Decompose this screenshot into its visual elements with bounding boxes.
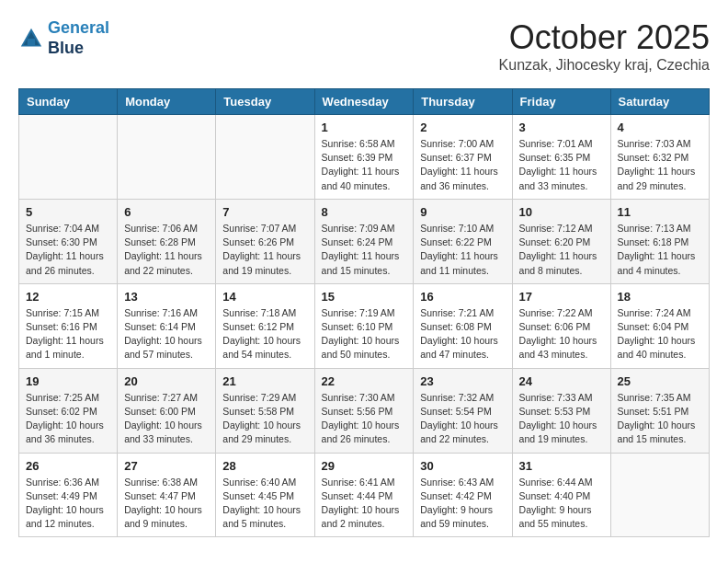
calendar-cell: 7Sunrise: 7:07 AM Sunset: 6:26 PM Daylig… <box>216 199 314 283</box>
day-info: Sunrise: 7:24 AM Sunset: 6:04 PM Dayligh… <box>618 306 702 362</box>
day-number: 2 <box>420 121 505 134</box>
calendar-cell: 3Sunrise: 7:01 AM Sunset: 6:35 PM Daylig… <box>512 115 610 200</box>
calendar-cell: 31Sunrise: 6:44 AM Sunset: 4:40 PM Dayli… <box>512 453 610 537</box>
calendar-week-row: 19Sunrise: 7:25 AM Sunset: 6:02 PM Dayli… <box>19 368 710 453</box>
calendar-cell: 15Sunrise: 7:19 AM Sunset: 6:10 PM Dayli… <box>314 283 414 368</box>
weekday-header-tuesday: Tuesday <box>216 89 314 115</box>
day-info: Sunrise: 7:03 AM Sunset: 6:32 PM Dayligh… <box>618 137 702 193</box>
day-number: 24 <box>519 374 604 388</box>
day-number: 26 <box>26 459 110 473</box>
day-number: 6 <box>124 205 209 219</box>
day-info: Sunrise: 6:41 AM Sunset: 4:44 PM Dayligh… <box>322 476 407 532</box>
weekday-header-friday: Friday <box>512 89 610 115</box>
calendar-cell <box>19 115 118 200</box>
day-info: Sunrise: 6:40 AM Sunset: 4:45 PM Dayligh… <box>222 476 307 532</box>
day-number: 14 <box>222 290 307 304</box>
calendar-week-row: 12Sunrise: 7:15 AM Sunset: 6:16 PM Dayli… <box>19 283 710 368</box>
day-number: 7 <box>222 205 307 219</box>
calendar-week-row: 5Sunrise: 7:04 AM Sunset: 6:30 PM Daylig… <box>19 199 710 283</box>
logo-icon <box>18 26 44 52</box>
month-title: October 2025 <box>499 18 710 57</box>
day-info: Sunrise: 7:10 AM Sunset: 6:22 PM Dayligh… <box>420 222 505 278</box>
calendar-cell <box>118 115 216 200</box>
calendar-cell: 24Sunrise: 7:33 AM Sunset: 5:53 PM Dayli… <box>512 368 610 453</box>
calendar-week-row: 26Sunrise: 6:36 AM Sunset: 4:49 PM Dayli… <box>19 453 710 537</box>
day-number: 16 <box>420 290 505 304</box>
day-number: 8 <box>322 205 407 219</box>
calendar-week-row: 1Sunrise: 6:58 AM Sunset: 6:39 PM Daylig… <box>19 115 710 200</box>
day-number: 4 <box>618 121 702 134</box>
calendar-cell: 5Sunrise: 7:04 AM Sunset: 6:30 PM Daylig… <box>19 199 118 283</box>
day-info: Sunrise: 7:07 AM Sunset: 6:26 PM Dayligh… <box>222 222 307 278</box>
calendar-cell: 2Sunrise: 7:00 AM Sunset: 6:37 PM Daylig… <box>414 115 512 200</box>
day-info: Sunrise: 7:01 AM Sunset: 6:35 PM Dayligh… <box>519 137 604 193</box>
day-number: 23 <box>420 374 505 388</box>
day-info: Sunrise: 7:15 AM Sunset: 6:16 PM Dayligh… <box>26 306 110 362</box>
calendar-cell: 9Sunrise: 7:10 AM Sunset: 6:22 PM Daylig… <box>414 199 512 283</box>
day-info: Sunrise: 7:21 AM Sunset: 6:08 PM Dayligh… <box>420 306 505 362</box>
calendar-cell <box>610 453 709 537</box>
calendar-cell: 27Sunrise: 6:38 AM Sunset: 4:47 PM Dayli… <box>118 453 216 537</box>
page-header: General Blue October 2025 Kunzak, Jihoce… <box>18 18 710 74</box>
logo-text: General Blue <box>48 18 109 58</box>
day-info: Sunrise: 7:04 AM Sunset: 6:30 PM Dayligh… <box>26 222 110 278</box>
weekday-header-monday: Monday <box>118 89 216 115</box>
calendar-cell: 19Sunrise: 7:25 AM Sunset: 6:02 PM Dayli… <box>19 368 118 453</box>
calendar-table: SundayMondayTuesdayWednesdayThursdayFrid… <box>18 88 710 537</box>
calendar-cell <box>216 115 314 200</box>
calendar-cell: 29Sunrise: 6:41 AM Sunset: 4:44 PM Dayli… <box>314 453 414 537</box>
location: Kunzak, Jihocesky kraj, Czechia <box>499 57 710 74</box>
day-number: 19 <box>26 374 110 388</box>
day-info: Sunrise: 7:25 AM Sunset: 6:02 PM Dayligh… <box>26 391 110 447</box>
calendar-cell: 13Sunrise: 7:16 AM Sunset: 6:14 PM Dayli… <box>118 283 216 368</box>
calendar-cell: 14Sunrise: 7:18 AM Sunset: 6:12 PM Dayli… <box>216 283 314 368</box>
day-info: Sunrise: 7:00 AM Sunset: 6:37 PM Dayligh… <box>420 137 505 193</box>
weekday-header-thursday: Thursday <box>414 89 512 115</box>
day-info: Sunrise: 6:38 AM Sunset: 4:47 PM Dayligh… <box>124 476 209 532</box>
day-number: 1 <box>322 121 407 134</box>
calendar-cell: 10Sunrise: 7:12 AM Sunset: 6:20 PM Dayli… <box>512 199 610 283</box>
weekday-header-row: SundayMondayTuesdayWednesdayThursdayFrid… <box>19 89 710 115</box>
day-info: Sunrise: 7:09 AM Sunset: 6:24 PM Dayligh… <box>322 222 407 278</box>
calendar-cell: 6Sunrise: 7:06 AM Sunset: 6:28 PM Daylig… <box>118 199 216 283</box>
calendar-cell: 23Sunrise: 7:32 AM Sunset: 5:54 PM Dayli… <box>414 368 512 453</box>
calendar-cell: 22Sunrise: 7:30 AM Sunset: 5:56 PM Dayli… <box>314 368 414 453</box>
day-number: 20 <box>124 374 209 388</box>
calendar-cell: 20Sunrise: 7:27 AM Sunset: 6:00 PM Dayli… <box>118 368 216 453</box>
day-number: 25 <box>618 374 702 388</box>
title-block: October 2025 Kunzak, Jihocesky kraj, Cze… <box>499 18 710 74</box>
day-info: Sunrise: 7:33 AM Sunset: 5:53 PM Dayligh… <box>519 391 604 447</box>
weekday-header-sunday: Sunday <box>19 89 118 115</box>
day-number: 10 <box>519 205 604 219</box>
day-number: 21 <box>222 374 307 388</box>
day-number: 15 <box>322 290 407 304</box>
calendar-cell: 17Sunrise: 7:22 AM Sunset: 6:06 PM Dayli… <box>512 283 610 368</box>
svg-rect-2 <box>28 39 35 45</box>
day-info: Sunrise: 7:27 AM Sunset: 6:00 PM Dayligh… <box>124 391 209 447</box>
day-info: Sunrise: 7:30 AM Sunset: 5:56 PM Dayligh… <box>322 391 407 447</box>
calendar-cell: 8Sunrise: 7:09 AM Sunset: 6:24 PM Daylig… <box>314 199 414 283</box>
calendar-cell: 11Sunrise: 7:13 AM Sunset: 6:18 PM Dayli… <box>610 199 709 283</box>
day-number: 27 <box>124 459 209 473</box>
day-info: Sunrise: 7:16 AM Sunset: 6:14 PM Dayligh… <box>124 306 209 362</box>
day-number: 9 <box>420 205 505 219</box>
day-info: Sunrise: 6:43 AM Sunset: 4:42 PM Dayligh… <box>420 476 505 532</box>
calendar-cell: 28Sunrise: 6:40 AM Sunset: 4:45 PM Dayli… <box>216 453 314 537</box>
day-info: Sunrise: 7:22 AM Sunset: 6:06 PM Dayligh… <box>519 306 604 362</box>
calendar-cell: 25Sunrise: 7:35 AM Sunset: 5:51 PM Dayli… <box>610 368 709 453</box>
calendar-cell: 16Sunrise: 7:21 AM Sunset: 6:08 PM Dayli… <box>414 283 512 368</box>
day-info: Sunrise: 7:32 AM Sunset: 5:54 PM Dayligh… <box>420 391 505 447</box>
day-info: Sunrise: 7:06 AM Sunset: 6:28 PM Dayligh… <box>124 222 209 278</box>
day-number: 12 <box>26 290 110 304</box>
day-number: 5 <box>26 205 110 219</box>
calendar-cell: 18Sunrise: 7:24 AM Sunset: 6:04 PM Dayli… <box>610 283 709 368</box>
logo: General Blue <box>18 18 109 58</box>
calendar-cell: 1Sunrise: 6:58 AM Sunset: 6:39 PM Daylig… <box>314 115 414 200</box>
day-info: Sunrise: 6:36 AM Sunset: 4:49 PM Dayligh… <box>26 476 110 532</box>
day-number: 22 <box>322 374 407 388</box>
day-number: 3 <box>519 121 604 134</box>
day-info: Sunrise: 7:18 AM Sunset: 6:12 PM Dayligh… <box>222 306 307 362</box>
day-info: Sunrise: 6:44 AM Sunset: 4:40 PM Dayligh… <box>519 476 604 532</box>
day-number: 13 <box>124 290 209 304</box>
day-info: Sunrise: 7:13 AM Sunset: 6:18 PM Dayligh… <box>618 222 702 278</box>
